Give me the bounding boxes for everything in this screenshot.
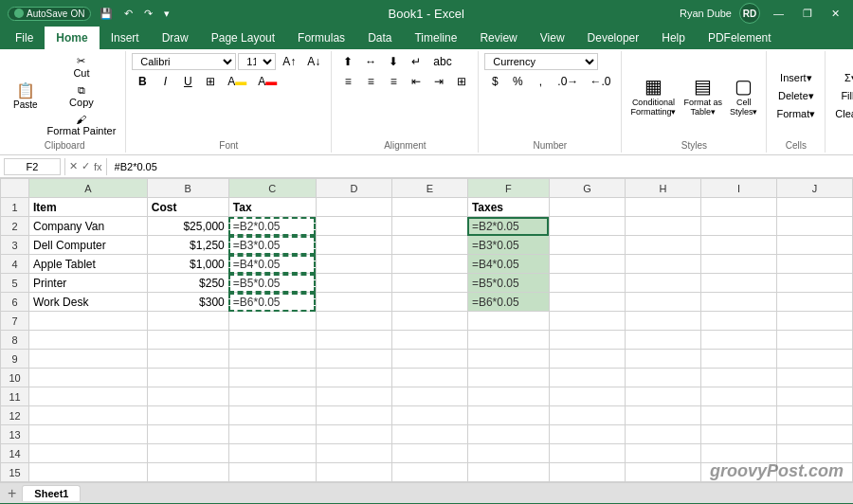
cell-G12[interactable] (549, 406, 625, 425)
cell-I10[interactable] (700, 369, 776, 387)
tab-draw[interactable]: Draw (151, 27, 200, 49)
cell-I14[interactable] (700, 444, 776, 463)
col-header-F[interactable]: F (467, 179, 549, 198)
cell-D11[interactable] (316, 387, 391, 406)
cell-H9[interactable] (625, 350, 700, 369)
cell-E9[interactable] (391, 350, 467, 369)
cell-D8[interactable] (316, 331, 391, 350)
format-painter-btn[interactable]: 🖌 Format Painter (44, 112, 120, 138)
paste-btn[interactable]: 📋 Paste (9, 80, 42, 112)
number-format-select[interactable]: Currency General Number Percentage Text (484, 53, 598, 70)
cell-F4[interactable]: =B4*0.05 (467, 255, 549, 274)
tab-view[interactable]: View (529, 27, 576, 49)
cell-A12[interactable] (29, 406, 148, 425)
cell-F12[interactable] (467, 406, 549, 425)
cell-I5[interactable] (700, 274, 776, 293)
cell-A11[interactable] (29, 387, 148, 406)
cell-J12[interactable] (776, 406, 852, 425)
cell-B8[interactable] (147, 331, 228, 350)
cell-F15[interactable] (467, 463, 549, 482)
tab-help[interactable]: Help (650, 27, 697, 49)
cell-J1[interactable] (776, 198, 852, 217)
cell-H3[interactable] (625, 236, 700, 255)
font-size-select[interactable]: 11 (238, 53, 276, 70)
clear-btn[interactable]: Clear▾ (831, 106, 853, 122)
cell-A4[interactable]: Apple Tablet (29, 255, 148, 274)
cell-D7[interactable] (316, 312, 391, 331)
cell-C12[interactable] (228, 406, 316, 425)
tab-page-layout[interactable]: Page Layout (200, 27, 286, 49)
cell-A3[interactable]: Dell Computer (29, 236, 148, 255)
cell-A14[interactable] (29, 444, 148, 463)
cell-A9[interactable] (29, 350, 148, 369)
cell-A6[interactable]: Work Desk (29, 293, 148, 312)
cell-G14[interactable] (549, 444, 625, 463)
cell-E15[interactable] (391, 463, 467, 482)
save-btn[interactable]: 💾 (97, 7, 116, 21)
cell-C14[interactable] (228, 444, 316, 463)
align-right-btn[interactable]: ≡ (383, 73, 404, 90)
cell-E11[interactable] (391, 387, 467, 406)
cell-H11[interactable] (625, 387, 700, 406)
cell-F13[interactable] (467, 425, 549, 444)
underline-btn[interactable]: U (177, 73, 198, 90)
cell-F6[interactable]: =B6*0.05 (467, 293, 549, 312)
cell-C11[interactable] (228, 387, 316, 406)
cell-J13[interactable] (776, 425, 852, 444)
cell-D14[interactable] (316, 444, 391, 463)
cell-B11[interactable] (147, 387, 228, 406)
tab-timeline[interactable]: Timeline (403, 27, 468, 49)
percent-btn[interactable]: % (507, 73, 528, 90)
cell-E13[interactable] (391, 425, 467, 444)
col-header-G[interactable]: G (549, 179, 625, 198)
cell-J7[interactable] (776, 312, 852, 331)
cell-E5[interactable] (391, 274, 467, 293)
cell-F2[interactable]: =B2*0.05 (467, 217, 549, 236)
cell-G10[interactable] (549, 369, 625, 387)
cell-E10[interactable] (391, 369, 467, 387)
cell-E2[interactable] (391, 217, 467, 236)
confirm-formula-icon[interactable]: ✓ (82, 160, 90, 172)
italic-btn[interactable]: I (154, 73, 175, 90)
cell-D13[interactable] (316, 425, 391, 444)
font-family-select[interactable]: Calibri (132, 53, 236, 70)
tab-file[interactable]: File (4, 27, 45, 49)
cell-G3[interactable] (549, 236, 625, 255)
cell-G15[interactable] (549, 463, 625, 482)
cell-H13[interactable] (625, 425, 700, 444)
cell-F11[interactable] (467, 387, 549, 406)
cell-G6[interactable] (549, 293, 625, 312)
cell-B5[interactable]: $250 (147, 274, 228, 293)
col-header-H[interactable]: H (625, 179, 700, 198)
cell-J5[interactable] (776, 274, 852, 293)
cell-H7[interactable] (625, 312, 700, 331)
cell-H14[interactable] (625, 444, 700, 463)
bold-btn[interactable]: B (132, 73, 153, 90)
cell-D5[interactable] (316, 274, 391, 293)
cell-C6[interactable]: =B6*0.05 (228, 293, 316, 312)
cell-B15[interactable] (147, 463, 228, 482)
cell-C15[interactable] (228, 463, 316, 482)
cell-I3[interactable] (700, 236, 776, 255)
delete-cells-btn[interactable]: Delete▾ (772, 88, 819, 104)
cell-H12[interactable] (625, 406, 700, 425)
cell-J3[interactable] (776, 236, 852, 255)
qa-more-btn[interactable]: ▾ (161, 7, 172, 21)
cell-F5[interactable]: =B5*0.05 (467, 274, 549, 293)
cell-C8[interactable] (228, 331, 316, 350)
cell-D6[interactable] (316, 293, 391, 312)
tab-data[interactable]: Data (356, 27, 403, 49)
cell-D15[interactable] (316, 463, 391, 482)
cell-H2[interactable] (625, 217, 700, 236)
cell-H8[interactable] (625, 331, 700, 350)
cell-E3[interactable] (391, 236, 467, 255)
cell-D10[interactable] (316, 369, 391, 387)
cell-F1[interactable]: Taxes (467, 198, 549, 217)
cell-I8[interactable] (700, 331, 776, 350)
cell-C4[interactable]: =B4*0.05 (228, 255, 316, 274)
tab-formulas[interactable]: Formulas (286, 27, 356, 49)
cut-btn[interactable]: ✂ Cut (44, 53, 120, 81)
cell-I15[interactable] (700, 463, 776, 482)
cell-E12[interactable] (391, 406, 467, 425)
indent-decrease-btn[interactable]: ⇤ (406, 73, 426, 90)
